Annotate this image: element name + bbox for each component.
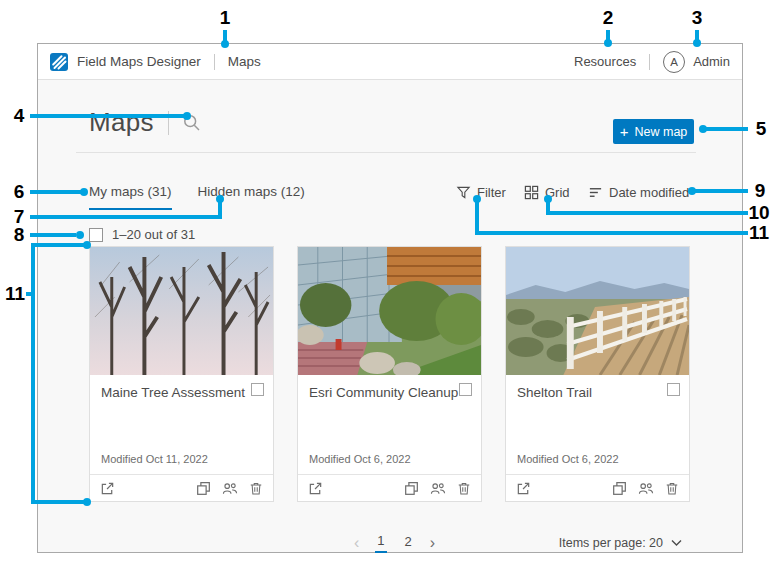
resources-link[interactable]: Resources: [574, 54, 636, 69]
callout-2: 2: [594, 8, 622, 28]
sort-icon: [588, 185, 603, 200]
filter-icon: [456, 185, 471, 200]
card-modified: Modified Oct 6, 2022: [309, 453, 411, 465]
share-group-icon[interactable]: [638, 481, 654, 496]
tab-hidden-maps[interactable]: Hidden maps (12): [198, 184, 305, 210]
card-title: Maine Tree Assessment: [101, 385, 245, 400]
delete-icon[interactable]: [457, 481, 471, 496]
page-title-row: Maps: [89, 107, 200, 138]
share-group-icon[interactable]: [222, 481, 238, 496]
items-per-page-label: Items per page: 20: [559, 536, 663, 550]
title-divider: [168, 111, 169, 135]
card-checkbox[interactable]: [251, 383, 264, 396]
app-window: Field Maps Designer Maps Resources A Adm…: [37, 43, 743, 553]
app-header: Field Maps Designer Maps Resources A Adm…: [38, 44, 742, 80]
new-map-label: New map: [634, 125, 687, 139]
card-thumbnail: [506, 247, 689, 375]
callout-9: 9: [746, 181, 774, 201]
filter-button[interactable]: Filter: [456, 185, 506, 200]
tab-bar: My maps (31) Hidden maps (12): [89, 184, 305, 210]
card-thumbnail: [90, 247, 273, 375]
count-row: 1–20 out of 31: [89, 227, 195, 242]
select-all-checkbox[interactable]: [89, 228, 103, 242]
new-map-button[interactable]: + New map: [613, 119, 694, 144]
items-per-page-select[interactable]: Items per page: 20: [559, 536, 682, 550]
plus-icon: +: [620, 123, 629, 140]
grid-label: Grid: [545, 185, 570, 200]
callout-11-left: 11: [1, 284, 29, 304]
callout-3: 3: [683, 8, 711, 28]
search-icon[interactable]: [183, 114, 200, 131]
card-modified: Modified Oct 6, 2022: [517, 453, 619, 465]
pagination-page-1[interactable]: 1: [375, 533, 386, 553]
callout-4: 4: [5, 106, 33, 126]
callout-10: 10: [745, 203, 773, 223]
duplicate-icon[interactable]: [196, 481, 211, 496]
callout-1: 1: [211, 8, 239, 28]
open-map-icon[interactable]: [100, 481, 115, 496]
card-title: Shelton Trail: [517, 385, 592, 400]
tab-my-maps[interactable]: My maps (31): [89, 184, 172, 210]
callout-6: 6: [5, 182, 33, 202]
nav-maps[interactable]: Maps: [228, 54, 261, 69]
header-divider: [214, 54, 215, 70]
card-checkbox[interactable]: [459, 383, 472, 396]
card-modified: Modified Oct 11, 2022: [101, 453, 208, 465]
sort-button[interactable]: Date modified: [588, 185, 689, 200]
sort-label: Date modified: [609, 185, 689, 200]
delete-icon[interactable]: [249, 481, 263, 496]
card-footer: [506, 474, 689, 502]
duplicate-icon[interactable]: [404, 481, 419, 496]
card-checkbox[interactable]: [667, 383, 680, 396]
card-footer: [298, 474, 481, 502]
callout-5: 5: [747, 119, 775, 139]
grid-button[interactable]: Grid: [524, 185, 570, 200]
callout-8: 8: [5, 225, 33, 245]
chevron-left-icon[interactable]: ‹: [354, 534, 359, 552]
app-title: Field Maps Designer: [77, 54, 201, 69]
page-title: Maps: [89, 107, 154, 138]
user-menu-label[interactable]: Admin: [693, 54, 730, 69]
delete-icon[interactable]: [665, 481, 679, 496]
avatar[interactable]: A: [663, 51, 685, 73]
map-card[interactable]: Esri Community Cleanup Modified Oct 6, 2…: [297, 246, 482, 502]
open-map-icon[interactable]: [308, 481, 323, 496]
card-thumbnail: [298, 247, 481, 375]
map-card[interactable]: Shelton Trail Modified Oct 6, 2022: [505, 246, 690, 502]
chevron-down-icon: [671, 539, 682, 547]
chevron-right-icon[interactable]: ›: [430, 534, 435, 552]
item-count-label: 1–20 out of 31: [112, 227, 195, 242]
share-group-icon[interactable]: [430, 481, 446, 496]
grid-icon: [524, 185, 539, 200]
pagination: ‹ 1 2 ›: [354, 533, 435, 553]
pagination-page-2[interactable]: 2: [403, 534, 414, 552]
map-card[interactable]: Maine Tree Assessment Modified Oct 11, 2…: [89, 246, 274, 502]
esri-logo-icon: [50, 53, 68, 71]
header-divider: [649, 54, 650, 70]
filter-label: Filter: [477, 185, 506, 200]
section-divider: [76, 152, 696, 153]
open-map-icon[interactable]: [516, 481, 531, 496]
card-footer: [90, 474, 273, 502]
callout-11-right: 11: [745, 223, 773, 243]
duplicate-icon[interactable]: [612, 481, 627, 496]
card-title: Esri Community Cleanup: [309, 385, 458, 400]
